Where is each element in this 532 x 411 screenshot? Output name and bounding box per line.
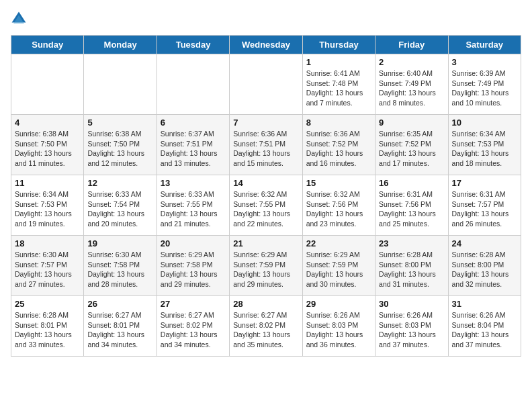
day-header: Saturday <box>448 36 521 54</box>
header-row: SundayMondayTuesdayWednesdayThursdayFrid… <box>11 36 521 54</box>
page-header <box>11 11 521 27</box>
day-info: Sunrise: 6:26 AM Sunset: 8:04 PM Dayligh… <box>452 310 517 350</box>
day-number: 2 <box>379 57 444 67</box>
calendar-week-row: 1Sunrise: 6:41 AM Sunset: 7:48 PM Daylig… <box>11 54 521 115</box>
day-info: Sunrise: 6:39 AM Sunset: 7:49 PM Dayligh… <box>452 68 517 108</box>
day-info: Sunrise: 6:32 AM Sunset: 7:56 PM Dayligh… <box>306 189 371 229</box>
day-number: 1 <box>306 57 371 67</box>
calendar-cell: 12Sunrise: 6:33 AM Sunset: 7:54 PM Dayli… <box>84 175 157 236</box>
day-info: Sunrise: 6:41 AM Sunset: 7:48 PM Dayligh… <box>306 68 371 108</box>
day-number: 5 <box>87 118 152 128</box>
calendar-cell: 7Sunrise: 6:36 AM Sunset: 7:51 PM Daylig… <box>230 115 302 175</box>
day-info: Sunrise: 6:38 AM Sunset: 7:50 PM Dayligh… <box>15 129 80 169</box>
calendar-cell: 30Sunrise: 6:26 AM Sunset: 8:03 PM Dayli… <box>375 296 448 357</box>
day-info: Sunrise: 6:30 AM Sunset: 7:57 PM Dayligh… <box>15 250 80 289</box>
day-number: 29 <box>306 299 371 309</box>
day-number: 18 <box>15 238 80 248</box>
day-info: Sunrise: 6:29 AM Sunset: 7:59 PM Dayligh… <box>233 250 298 289</box>
day-info: Sunrise: 6:36 AM Sunset: 7:52 PM Dayligh… <box>306 129 371 169</box>
calendar-cell: 5Sunrise: 6:38 AM Sunset: 7:50 PM Daylig… <box>84 115 157 175</box>
day-number: 16 <box>379 178 444 188</box>
calendar-cell: 16Sunrise: 6:31 AM Sunset: 7:56 PM Dayli… <box>375 175 448 236</box>
day-info: Sunrise: 6:26 AM Sunset: 8:03 PM Dayligh… <box>379 310 444 350</box>
day-number: 9 <box>379 118 444 128</box>
day-number: 26 <box>87 299 152 309</box>
day-number: 8 <box>306 118 371 128</box>
day-number: 27 <box>161 299 226 309</box>
calendar-cell: 15Sunrise: 6:32 AM Sunset: 7:56 PM Dayli… <box>302 175 375 236</box>
calendar-week-row: 25Sunrise: 6:28 AM Sunset: 8:01 PM Dayli… <box>11 296 521 357</box>
calendar-cell: 26Sunrise: 6:27 AM Sunset: 8:01 PM Dayli… <box>84 296 157 357</box>
day-info: Sunrise: 6:28 AM Sunset: 8:00 PM Dayligh… <box>452 250 517 289</box>
day-number: 28 <box>233 299 298 309</box>
day-number: 11 <box>15 178 80 188</box>
day-number: 17 <box>452 178 517 188</box>
day-number: 10 <box>452 118 517 128</box>
logo-icon <box>11 11 27 27</box>
calendar-cell: 13Sunrise: 6:33 AM Sunset: 7:55 PM Dayli… <box>157 175 229 236</box>
day-number: 14 <box>233 178 298 188</box>
logo <box>11 11 30 27</box>
calendar-cell: 3Sunrise: 6:39 AM Sunset: 7:49 PM Daylig… <box>448 54 521 115</box>
calendar-table: SundayMondayTuesdayWednesdayThursdayFrid… <box>11 35 521 357</box>
calendar-cell <box>157 54 229 115</box>
day-info: Sunrise: 6:34 AM Sunset: 7:53 PM Dayligh… <box>15 189 80 229</box>
day-number: 22 <box>306 238 371 248</box>
calendar-cell: 8Sunrise: 6:36 AM Sunset: 7:52 PM Daylig… <box>302 115 375 175</box>
day-number: 21 <box>233 238 298 248</box>
calendar-cell: 25Sunrise: 6:28 AM Sunset: 8:01 PM Dayli… <box>11 296 84 357</box>
day-info: Sunrise: 6:37 AM Sunset: 7:51 PM Dayligh… <box>161 129 226 169</box>
calendar-cell: 28Sunrise: 6:27 AM Sunset: 8:02 PM Dayli… <box>230 296 302 357</box>
day-info: Sunrise: 6:33 AM Sunset: 7:54 PM Dayligh… <box>87 189 152 229</box>
day-number: 12 <box>87 178 152 188</box>
day-header: Friday <box>375 36 448 54</box>
day-info: Sunrise: 6:26 AM Sunset: 8:03 PM Dayligh… <box>306 310 371 350</box>
day-header: Tuesday <box>157 36 229 54</box>
day-number: 6 <box>161 118 226 128</box>
day-header: Wednesday <box>230 36 302 54</box>
day-number: 3 <box>452 57 517 67</box>
calendar-cell: 14Sunrise: 6:32 AM Sunset: 7:55 PM Dayli… <box>230 175 302 236</box>
day-header: Monday <box>84 36 157 54</box>
calendar-cell: 21Sunrise: 6:29 AM Sunset: 7:59 PM Dayli… <box>230 236 302 296</box>
calendar-cell <box>11 54 84 115</box>
day-number: 23 <box>379 238 444 248</box>
calendar-cell: 6Sunrise: 6:37 AM Sunset: 7:51 PM Daylig… <box>157 115 229 175</box>
day-info: Sunrise: 6:28 AM Sunset: 8:00 PM Dayligh… <box>379 250 444 289</box>
day-info: Sunrise: 6:30 AM Sunset: 7:58 PM Dayligh… <box>87 250 152 289</box>
day-number: 25 <box>15 299 80 309</box>
day-info: Sunrise: 6:33 AM Sunset: 7:55 PM Dayligh… <box>161 189 226 229</box>
day-number: 7 <box>233 118 298 128</box>
calendar-body: 1Sunrise: 6:41 AM Sunset: 7:48 PM Daylig… <box>11 54 521 357</box>
day-info: Sunrise: 6:31 AM Sunset: 7:56 PM Dayligh… <box>379 189 444 229</box>
calendar-cell: 18Sunrise: 6:30 AM Sunset: 7:57 PM Dayli… <box>11 236 84 296</box>
day-number: 15 <box>306 178 371 188</box>
day-number: 30 <box>379 299 444 309</box>
calendar-cell: 1Sunrise: 6:41 AM Sunset: 7:48 PM Daylig… <box>302 54 375 115</box>
day-number: 20 <box>161 238 226 248</box>
day-info: Sunrise: 6:35 AM Sunset: 7:52 PM Dayligh… <box>379 129 444 169</box>
calendar-cell: 4Sunrise: 6:38 AM Sunset: 7:50 PM Daylig… <box>11 115 84 175</box>
day-info: Sunrise: 6:27 AM Sunset: 8:01 PM Dayligh… <box>87 310 152 350</box>
day-info: Sunrise: 6:31 AM Sunset: 7:57 PM Dayligh… <box>452 189 517 229</box>
calendar-cell: 10Sunrise: 6:34 AM Sunset: 7:53 PM Dayli… <box>448 115 521 175</box>
calendar-cell: 31Sunrise: 6:26 AM Sunset: 8:04 PM Dayli… <box>448 296 521 357</box>
calendar-cell: 19Sunrise: 6:30 AM Sunset: 7:58 PM Dayli… <box>84 236 157 296</box>
calendar-week-row: 18Sunrise: 6:30 AM Sunset: 7:57 PM Dayli… <box>11 236 521 296</box>
calendar-cell: 27Sunrise: 6:27 AM Sunset: 8:02 PM Dayli… <box>157 296 229 357</box>
calendar-cell: 22Sunrise: 6:29 AM Sunset: 7:59 PM Dayli… <box>302 236 375 296</box>
day-info: Sunrise: 6:38 AM Sunset: 7:50 PM Dayligh… <box>87 129 152 169</box>
calendar-cell <box>84 54 157 115</box>
day-info: Sunrise: 6:32 AM Sunset: 7:55 PM Dayligh… <box>233 189 298 229</box>
calendar-cell: 9Sunrise: 6:35 AM Sunset: 7:52 PM Daylig… <box>375 115 448 175</box>
day-info: Sunrise: 6:34 AM Sunset: 7:53 PM Dayligh… <box>452 129 517 169</box>
day-info: Sunrise: 6:36 AM Sunset: 7:51 PM Dayligh… <box>233 129 298 169</box>
calendar-cell: 2Sunrise: 6:40 AM Sunset: 7:49 PM Daylig… <box>375 54 448 115</box>
day-info: Sunrise: 6:29 AM Sunset: 7:59 PM Dayligh… <box>306 250 371 289</box>
day-number: 31 <box>452 299 517 309</box>
day-info: Sunrise: 6:40 AM Sunset: 7:49 PM Dayligh… <box>379 68 444 108</box>
day-number: 4 <box>15 118 80 128</box>
day-info: Sunrise: 6:27 AM Sunset: 8:02 PM Dayligh… <box>233 310 298 350</box>
day-header: Sunday <box>11 36 84 54</box>
day-info: Sunrise: 6:27 AM Sunset: 8:02 PM Dayligh… <box>161 310 226 350</box>
